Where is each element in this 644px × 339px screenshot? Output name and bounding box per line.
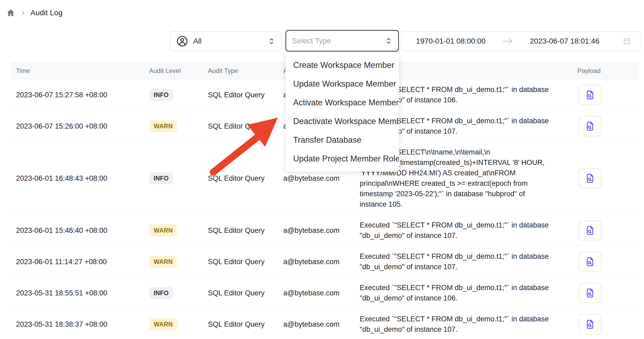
actor-cell: a@bytebase.com [283, 174, 340, 183]
type-option-1[interactable]: Create Workspace Member [286, 56, 399, 75]
comment-cell: Executed `"SELECT * FROM db_ui_demo.t1;"… [360, 215, 569, 246]
audit-level-badge: WARN [149, 318, 177, 330]
file-search-icon [585, 288, 595, 298]
audit-type-cell: SQL Editor Query [208, 320, 265, 329]
table-row: 2023-05-31 18:55:51 +08:00INFOSQL Editor… [11, 278, 639, 309]
updown-chevrons-icon [268, 37, 275, 45]
type-filter-placeholder: Select Type [292, 37, 331, 45]
audit-level-badge: INFO [149, 89, 173, 101]
payload-view-button[interactable] [579, 314, 601, 334]
column-header-level: Audit Level [149, 63, 181, 79]
audit-level-badge: WARN [149, 120, 177, 132]
type-option-6[interactable]: Update Project Member Role [286, 149, 399, 168]
audit-level-badge: INFO [149, 287, 173, 299]
page-title: Audit Log [30, 9, 63, 17]
audit-type-cell: SQL Editor Query [208, 289, 265, 297]
file-search-icon [585, 90, 595, 100]
home-icon[interactable] [6, 8, 15, 18]
payload-view-button[interactable] [579, 85, 601, 105]
type-filter-select[interactable]: Select Type [285, 30, 399, 52]
comment-cell: Executed `"SELECT * FROM db_ui_demo.t1;"… [360, 309, 569, 339]
time-cell: 2023-05-31 18:55:51 +08:00 [16, 289, 107, 297]
comment-cell: Executed `"SELECT * FROM db_ui_demo.t1;"… [360, 246, 569, 277]
time-cell: 2023-06-01 15:46:40 +08:00 [16, 226, 107, 235]
file-search-icon [585, 173, 595, 184]
type-option-3[interactable]: Activate Workspace Member [286, 93, 399, 112]
audit-level-badge: WARN [149, 256, 177, 268]
actor-cell: a@bytebase.com [283, 320, 340, 329]
audit-log-page: Audit Log All Select Type 1970-01-01 08:… [0, 0, 644, 339]
updown-chevrons-icon [385, 37, 392, 45]
chevron-right-icon [19, 9, 27, 17]
column-header-payload: Payload [577, 63, 601, 79]
payload-view-button[interactable] [579, 116, 601, 136]
arrow-right-icon [502, 37, 513, 45]
type-dropdown-menu: Create Workspace MemberUpdate Workspace … [286, 52, 399, 172]
table-row: 2023-05-31 18:38:37 +08:00WARNSQL Editor… [11, 309, 639, 339]
payload-view-button[interactable] [579, 252, 601, 272]
date-range-picker[interactable]: 1970-01-01 08:00:00 2023-06-07 18:01:46 [401, 31, 641, 51]
time-cell: 2023-06-07 15:26:00 +08:00 [16, 122, 107, 130]
actor-cell: a@bytebase.com [283, 226, 340, 235]
date-range-end: 2023-06-07 18:01:46 [530, 37, 599, 45]
person-circle-icon [176, 35, 188, 47]
time-cell: 2023-06-01 16:48:43 +08:00 [16, 174, 107, 183]
table-row: 2023-06-01 11:14:27 +08:00WARNSQL Editor… [11, 246, 639, 278]
actor-filter-select[interactable]: All [170, 31, 282, 51]
type-option-5[interactable]: Transfer Database [286, 131, 399, 149]
time-cell: 2023-06-07 15:27:58 +08:00 [16, 91, 107, 99]
breadcrumb: Audit Log [6, 7, 63, 19]
audit-type-cell: SQL Editor Query [208, 226, 265, 235]
date-range-start: 1970-01-01 08:00:00 [416, 37, 486, 45]
actor-cell: a@bytebase.com [283, 258, 340, 266]
audit-type-cell: SQL Editor Query [208, 91, 265, 99]
file-search-icon [585, 121, 595, 132]
column-header-time: Time [16, 63, 30, 79]
audit-level-badge: INFO [149, 172, 173, 184]
calendar-icon [623, 37, 631, 45]
audit-type-cell: SQL Editor Query [208, 258, 265, 266]
actor-cell: a@bytebase.com [283, 289, 340, 297]
payload-view-button[interactable] [579, 283, 601, 303]
actor-filter-value: All [193, 37, 201, 45]
payload-view-button[interactable] [579, 168, 601, 188]
type-option-2[interactable]: Update Workspace Member [286, 75, 399, 93]
table-row: 2023-06-01 15:46:40 +08:00WARNSQL Editor… [11, 215, 639, 246]
file-search-icon [585, 256, 595, 267]
audit-type-cell: SQL Editor Query [208, 122, 265, 130]
audit-type-cell: SQL Editor Query [208, 174, 265, 183]
file-search-icon [585, 319, 595, 330]
type-option-4[interactable]: Deactivate Workspace Member [286, 112, 399, 131]
column-header-type: Audit Type [208, 63, 238, 79]
audit-level-badge: WARN [149, 225, 177, 237]
comment-cell: Executed `"SELECT * FROM db_ui_demo.t1;"… [360, 278, 569, 309]
payload-view-button[interactable] [579, 220, 601, 241]
time-cell: 2023-06-01 11:14:27 +08:00 [16, 258, 107, 266]
file-search-icon [585, 225, 595, 236]
time-cell: 2023-05-31 18:38:37 +08:00 [16, 320, 107, 329]
